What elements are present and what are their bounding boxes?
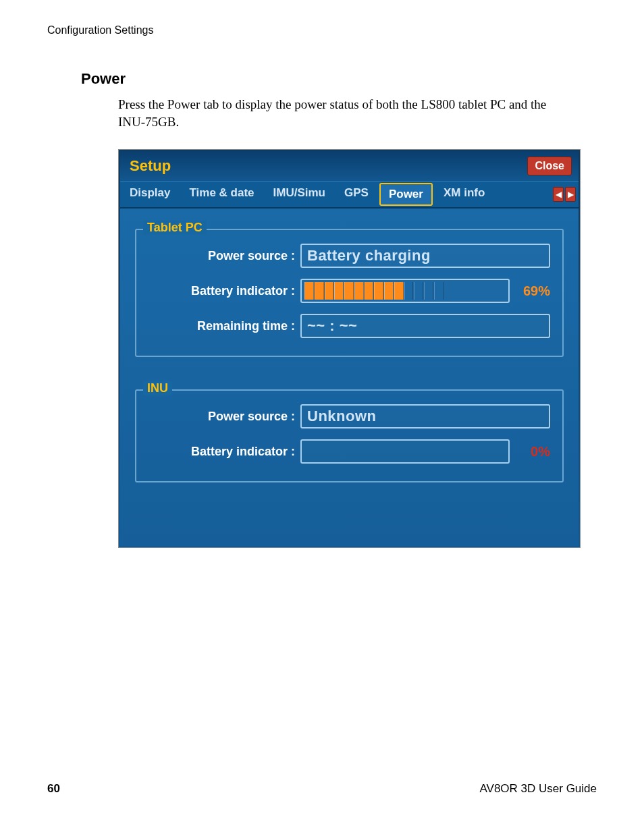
row-inu-power-source: Power source : Unknown <box>149 404 550 429</box>
page-number: 60 <box>47 782 60 796</box>
label-tablet-remaining-time: Remaining time : <box>149 319 300 333</box>
row-tablet-battery-indicator: Battery indicator : 69% <box>149 279 550 303</box>
battery-percent-inu: 0% <box>510 444 550 460</box>
row-tablet-remaining-time: Remaining time : ~~ : ~~ <box>149 314 550 338</box>
battery-bar-inu <box>300 439 510 464</box>
battery-percent-tablet: 69% <box>510 283 550 299</box>
tab-display[interactable]: Display <box>120 182 180 207</box>
section-title-power: Power <box>81 70 597 88</box>
tab-scroll-left-icon[interactable]: ◀ <box>553 187 564 202</box>
tab-scroll-buttons: ◀ ▶ <box>550 182 579 207</box>
window-title-bar: Setup Close <box>120 151 579 181</box>
row-inu-battery-indicator: Battery indicator : 0% <box>149 439 550 464</box>
battery-segments-inu <box>304 443 506 460</box>
battery-segments-tablet <box>304 282 506 300</box>
tab-gps[interactable]: GPS <box>335 182 378 207</box>
value-box-tablet-remaining-time: ~~ : ~~ <box>300 314 550 338</box>
value-box-tablet-power-source: Battery charging <box>300 244 550 268</box>
page-header: Configuration Settings <box>47 24 597 36</box>
tab-xm-info[interactable]: XM info <box>434 182 494 207</box>
label-tablet-power-source: Power source : <box>149 249 300 263</box>
tab-imu-simu[interactable]: IMU/Simu <box>264 182 335 207</box>
label-inu-power-source: Power source : <box>149 410 300 424</box>
tab-scroll-right-icon[interactable]: ▶ <box>565 187 576 202</box>
section-body-text: Press the Power tab to display the power… <box>118 96 556 130</box>
page-footer: 60 AV8OR 3D User Guide <box>47 782 597 796</box>
setup-screenshot: Setup Close Display Time & date IMU/Simu… <box>118 149 581 548</box>
row-tablet-power-source: Power source : Battery charging <box>149 244 550 268</box>
label-inu-battery-indicator: Battery indicator : <box>149 445 300 459</box>
tab-time-and-date[interactable]: Time & date <box>180 182 263 207</box>
panel-body: Tablet PC Power source : Battery chargin… <box>120 209 579 546</box>
group-tablet-pc: Tablet PC Power source : Battery chargin… <box>135 229 564 357</box>
value-inu-power-source: Unknown <box>307 408 377 425</box>
value-box-inu-power-source: Unknown <box>300 404 550 429</box>
guide-title: AV8OR 3D User Guide <box>479 782 597 796</box>
value-tablet-power-source: Battery charging <box>307 247 431 265</box>
tab-power[interactable]: Power <box>379 183 433 206</box>
window-title: Setup <box>130 157 171 175</box>
group-inu: INU Power source : Unknown Battery indic… <box>135 389 564 482</box>
label-tablet-battery-indicator: Battery indicator : <box>149 284 300 298</box>
battery-bar-tablet <box>300 279 510 303</box>
close-button[interactable]: Close <box>527 157 572 175</box>
group-legend-tablet: Tablet PC <box>143 221 207 235</box>
setup-window: Setup Close Display Time & date IMU/Simu… <box>120 151 579 546</box>
value-tablet-remaining-time: ~~ : ~~ <box>307 317 357 335</box>
tab-bar: Display Time & date IMU/Simu GPS Power X… <box>120 181 579 209</box>
group-legend-inu: INU <box>143 381 172 395</box>
